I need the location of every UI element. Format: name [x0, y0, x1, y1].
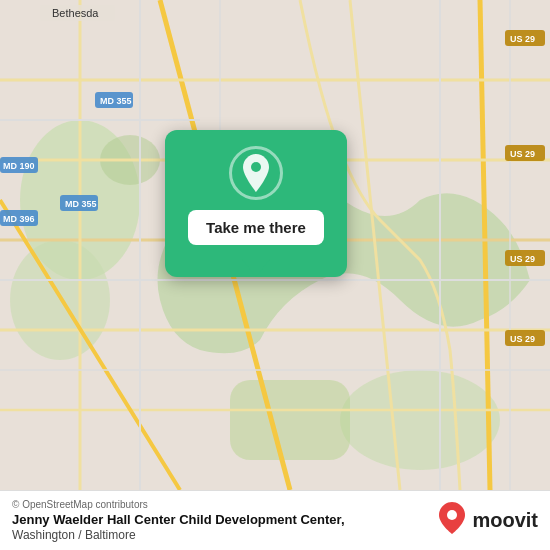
- svg-point-43: [447, 510, 457, 520]
- popup-card: Take me there: [165, 130, 347, 277]
- svg-text:US 29: US 29: [510, 149, 535, 159]
- osm-credit: © OpenStreetMap contributors: [12, 499, 345, 510]
- location-name: Jenny Waelder Hall Center Child Developm…: [12, 512, 345, 542]
- moovit-logo: moovit: [438, 502, 538, 540]
- svg-point-3: [340, 370, 500, 470]
- svg-text:MD 355: MD 355: [100, 96, 132, 106]
- location-name-text: Jenny Waelder Hall Center Child Developm…: [12, 512, 345, 527]
- svg-text:MD 396: MD 396: [3, 214, 35, 224]
- svg-text:Bethesda: Bethesda: [52, 7, 99, 19]
- location-pin-icon: [240, 154, 272, 192]
- moovit-icon: [438, 502, 466, 534]
- svg-rect-5: [230, 380, 350, 460]
- svg-text:US 29: US 29: [510, 34, 535, 44]
- moovit-pin-icon: [438, 502, 466, 540]
- map-container[interactable]: Bethesda MD 355 MD 355 MD 190 MD 396 US …: [0, 0, 550, 490]
- svg-point-42: [251, 162, 261, 172]
- moovit-text: moovit: [472, 509, 538, 532]
- take-me-there-button[interactable]: Take me there: [188, 210, 324, 245]
- svg-text:MD 190: MD 190: [3, 161, 35, 171]
- footer: © OpenStreetMap contributors Jenny Waeld…: [0, 490, 550, 550]
- svg-text:US 29: US 29: [510, 254, 535, 264]
- svg-text:MD 355: MD 355: [65, 199, 97, 209]
- location-sub-text: Washington / Baltimore: [12, 528, 136, 542]
- svg-text:US 29: US 29: [510, 334, 535, 344]
- location-icon-wrapper: [229, 146, 283, 200]
- footer-left: © OpenStreetMap contributors Jenny Waeld…: [12, 499, 345, 542]
